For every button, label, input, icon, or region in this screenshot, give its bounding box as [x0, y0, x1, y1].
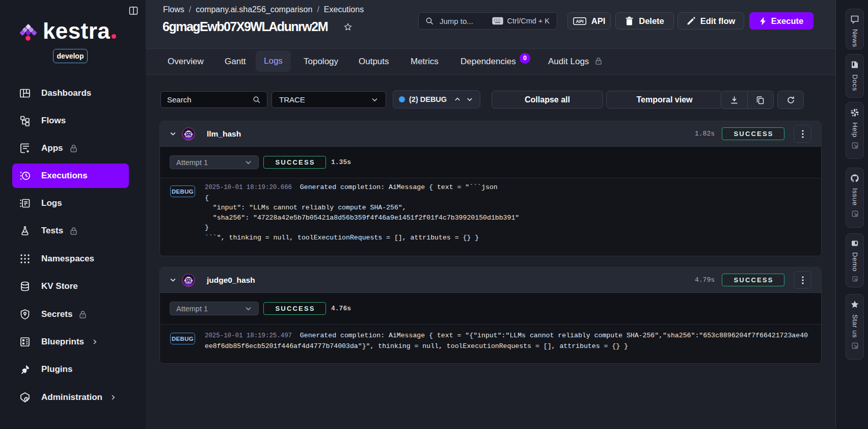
svg-text:API: API	[576, 19, 583, 24]
